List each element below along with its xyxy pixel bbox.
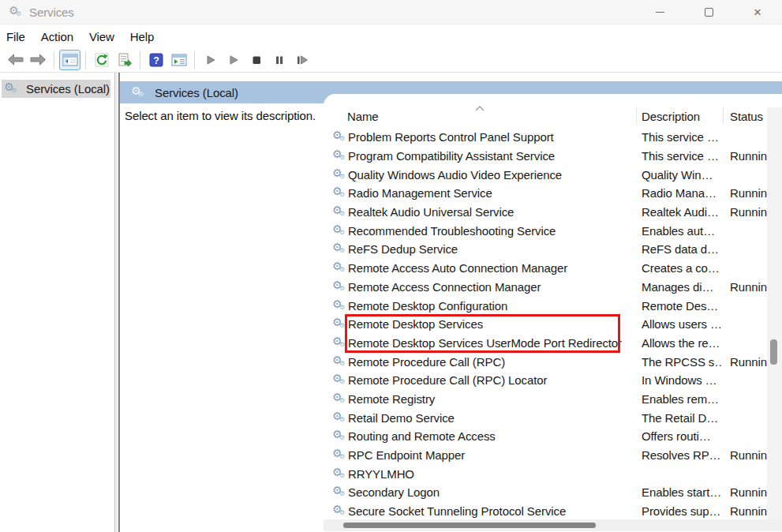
description-pane-text: Select an item to view its description. [125,109,316,122]
pause-service-button[interactable] [268,50,290,70]
service-description: The RPCSS s… [636,355,723,369]
service-description: Allows users … [636,317,723,331]
service-row[interactable]: ⚙⚙ Remote Registry Enables rem… [324,390,782,409]
service-name: RRYYLMHO [348,467,414,481]
vertical-scrollbar[interactable] [767,107,782,519]
service-gear-icon: ⚙⚙ [332,205,346,219]
service-name: Secondary Logon [348,485,440,499]
toolbar-separator [85,51,86,69]
export-list-button[interactable] [114,50,135,70]
service-gear-icon: ⚙⚙ [332,299,346,313]
back-button[interactable] [5,50,26,70]
column-separator[interactable] [636,107,637,124]
service-name: Realtek Audio Universal Service [348,205,514,219]
show-action-pane-button[interactable] [168,50,189,70]
service-row[interactable]: ⚙⚙ Recommended Troubleshooting Service E… [324,221,782,240]
service-description: Resolves RP… [636,448,723,462]
service-gear-icon: ⚙⚙ [332,355,346,369]
service-row[interactable]: ⚙⚙ Remote Desktop Services UserMode Port… [324,334,782,353]
service-row[interactable]: ⚙⚙ RRYYLMHO [324,464,782,483]
service-row[interactable]: ⚙⚙ Remote Procedure Call (RPC) Locator I… [324,371,782,390]
service-gear-icon: ⚙⚙ [332,280,346,294]
menu-view[interactable]: View [81,28,122,46]
service-gear-icon: ⚙⚙ [332,504,346,518]
back-icon [7,54,24,66]
services-app-icon: ⚙⚙ [9,6,22,19]
restart-service-button[interactable] [291,50,312,70]
services-node-icon: ⚙⚙ [4,82,17,96]
column-header-name[interactable]: Name [347,110,379,123]
refresh-button[interactable] [91,50,112,70]
export-list-icon [118,53,132,67]
horizontal-scrollbar-thumb[interactable] [343,523,596,528]
toolbar: ? [0,47,782,73]
service-description: Allows the re… [636,336,723,350]
show-action-pane-icon [171,54,187,66]
service-row[interactable]: ⚙⚙ Quality Windows Audio Video Experienc… [324,165,782,184]
service-description: This service … [636,149,723,163]
service-row[interactable]: ⚙⚙ Problem Reports Control Panel Support… [324,128,782,147]
service-description: Enables aut… [636,224,723,238]
service-row[interactable]: ⚙⚙ Remote Desktop Services Allows users … [324,315,782,334]
column-separator[interactable] [723,107,724,124]
service-row[interactable]: ⚙⚙ RPC Endpoint Mapper Resolves RP… Runn… [324,446,782,465]
service-rows: ⚙⚙ Problem Reports Control Panel Support… [324,128,782,520]
service-gear-icon: ⚙⚙ [332,429,346,443]
service-name: Retail Demo Service [348,411,455,425]
toolbar-separator [54,51,54,69]
sidebar-item-services-local[interactable]: ⚙⚙ Services (Local) [2,80,110,98]
service-description: Enables rem… [636,392,723,406]
forward-button[interactable] [28,50,49,70]
column-header-description[interactable]: Description [642,110,700,123]
close-icon: × [754,6,761,19]
show-console-tree-icon [62,54,78,66]
resume-service-button[interactable] [223,50,244,70]
service-row[interactable]: ⚙⚙ Remote Procedure Call (RPC) The RPCSS… [324,352,782,371]
service-description: Enables start… [636,485,723,499]
service-row[interactable]: ⚙⚙ ReFS Dedup Service ReFS data d… [324,240,782,259]
stop-service-icon [251,54,262,66]
service-name: ReFS Dedup Service [348,242,458,256]
service-row[interactable]: ⚙⚙ Remote Desktop Configuration Remote D… [324,296,782,315]
service-row[interactable]: ⚙⚙ Retail Demo Service The Retail D… [324,408,782,427]
service-row[interactable]: ⚙⚙ Secure Socket Tunneling Protocol Serv… [324,502,782,521]
start-service-button[interactable] [200,50,221,70]
menu-action[interactable]: Action [33,28,81,46]
service-name: Recommended Troubleshooting Service [348,224,556,238]
stop-service-button[interactable] [245,50,267,70]
service-name: Radio Management Service [348,186,492,200]
service-name: Remote Desktop Services UserMode Port Re… [348,336,622,350]
service-name: Remote Access Auto Connection Manager [348,261,567,275]
minimize-button[interactable] [635,0,684,24]
horizontal-scrollbar[interactable] [324,519,782,531]
maximize-button[interactable] [684,0,733,24]
service-row[interactable]: ⚙⚙ Remote Access Auto Connection Manager… [324,259,782,278]
menu-file[interactable]: File [6,28,33,46]
service-row[interactable]: ⚙⚙ Realtek Audio Universal Service Realt… [324,203,782,222]
service-gear-icon: ⚙⚙ [332,373,346,387]
service-name: Routing and Remote Access [348,429,496,443]
close-button[interactable]: × [733,0,782,24]
vertical-scrollbar-thumb[interactable] [770,339,777,365]
service-gear-icon: ⚙⚙ [332,130,346,144]
service-row[interactable]: ⚙⚙ Radio Management Service Radio Mana… … [324,184,782,203]
services-header-icon: ⚙⚙ [131,86,144,99]
window-controls: × [635,0,782,24]
service-row[interactable]: ⚙⚙ Secondary Logon Enables start… Runnin… [324,483,782,502]
services-list-panel: Name Description Status ⚙⚙ Problem Repor… [324,94,782,532]
help-button[interactable]: ? [145,50,167,70]
window-title: Services [29,6,74,19]
service-name: Remote Registry [348,392,435,406]
show-console-tree-button[interactable] [59,50,80,70]
service-gear-icon: ⚙⚙ [332,448,346,462]
minimize-icon [656,12,664,13]
service-row[interactable]: ⚙⚙ Remote Access Connection Manager Mana… [324,278,782,297]
service-name: Remote Procedure Call (RPC) Locator [348,373,547,387]
menu-help[interactable]: Help [122,28,162,46]
service-row[interactable]: ⚙⚙ Program Compatibility Assistant Servi… [324,147,782,166]
service-name: Program Compatibility Assistant Service [348,149,555,163]
column-header-status[interactable]: Status [730,110,763,123]
titlebar: ⚙⚙ Services × [0,0,782,24]
service-gear-icon: ⚙⚙ [332,411,346,425]
service-row[interactable]: ⚙⚙ Routing and Remote Access Offers rout… [324,427,782,446]
